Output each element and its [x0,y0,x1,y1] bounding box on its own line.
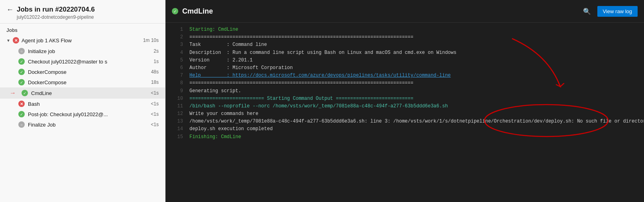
log-line-text: ========================== Starting Comm… [189,95,414,103]
job-item-dockercompose2[interactable]: ✓DockerCompose18s [0,77,165,87]
job-item-time: 1s [154,59,159,64]
log-line-number: 7 [172,72,183,79]
log-line-number: 2 [172,34,183,41]
job-status-icon: ✕ [18,101,25,107]
log-line-number: 11 [172,103,183,110]
job-status-icon: ✓ [18,79,25,85]
right-panel: ✓ CmdLine 🔍 View raw log 1Starting: CmdL… [165,0,644,202]
log-line-text: Write your commands here [189,110,258,118]
log-line-number: 10 [172,95,183,103]
agent-job-time: 1m 10s [143,38,159,43]
job-item-postjob[interactable]: ✓Post-job: Checkout july012022@...<1s [0,109,165,119]
log-area: 1Starting: CmdLine2=====================… [165,23,644,202]
log-line-number: 14 [172,125,183,133]
left-header: ← Jobs in run #20220704.6 july012022-dot… [0,0,165,24]
log-line-text: Starting: CmdLine [189,26,238,34]
log-line-number: 13 [172,118,183,125]
job-item-bash[interactable]: ✕Bash<1s [0,99,165,109]
chevron-icon: ▼ [6,38,10,43]
log-line: 3Task : Command line [165,41,644,49]
log-line: 15Finishing: CmdLine [165,133,644,141]
agent-job-status-icon: ✕ [13,37,19,44]
log-line-number: 6 [172,64,183,72]
log-line-text: Generating script. [189,87,241,95]
log-line-number: 12 [172,110,183,118]
log-line-text: ========================================… [189,79,414,87]
left-panel: ← Jobs in run #20220704.6 july012022-dot… [0,0,165,202]
job-item-checkout[interactable]: ✓Checkout july012022@master to s1s [0,56,165,67]
job-item-time: 2s [154,48,159,54]
log-line: 13/home/vsts/work/_temp/7081e88a-c48c-49… [165,118,644,125]
log-line: 10========================== Starting Co… [165,95,644,103]
jobs-label: Jobs [0,24,165,35]
job-status-icon: ○ [18,121,25,128]
log-line: 12Write your commands here [165,110,644,118]
job-item-label: CmdLine [31,90,148,96]
job-item-label: Post-job: Checkout july012022@... [28,111,148,117]
job-item-time: 48s [151,69,159,75]
log-line-text: /bin/bash --noprofile --norc /home/vsts/… [189,103,448,110]
log-line-text: /home/vsts/work/_temp/7081e88a-c48c-494f… [189,118,644,125]
log-line-text: Finishing: CmdLine [189,133,241,141]
log-line-text: Task : Command line [189,41,267,49]
job-item-label: Initialize job [28,48,150,54]
log-line: 2=======================================… [165,34,644,41]
job-item-time: <1s [151,111,159,117]
job-item-time: <1s [151,122,159,127]
log-line: 8=======================================… [165,79,644,87]
job-status-icon: ✓ [22,90,28,96]
log-lines: 1Starting: CmdLine2=====================… [165,26,644,141]
job-item-label: Finalize Job [28,122,148,128]
job-item-label: DockerCompose [28,79,148,85]
log-line-number: 15 [172,133,183,141]
job-item-label: Checkout july012022@master to s [28,59,150,65]
agent-job-header[interactable]: ▼ ✕ Agent job 1 AKS Flow 1m 10s [0,35,165,46]
agent-job-group: ▼ ✕ Agent job 1 AKS Flow 1m 10s ○Initial… [0,35,165,130]
right-title: CmdLine [182,7,577,16]
active-arrow-icon: → [10,89,16,97]
job-item-label: DockerCompose [28,69,148,75]
search-button[interactable]: 🔍 [581,5,593,18]
log-line-text: Version : 2.201.1 [189,57,252,64]
job-item-dockercompose1[interactable]: ✓DockerCompose48s [0,67,165,77]
agent-job-label: Agent job 1 AKS Flow [22,38,141,44]
log-line-text: Description : Run a command line script … [189,49,457,57]
log-line-text: Help : https://docs.microsoft.com/azure/… [189,72,451,79]
log-line: 7Help : https://docs.microsoft.com/azure… [165,72,644,79]
job-item-label: Bash [28,101,148,107]
log-line: 5Version : 2.201.1 [165,57,644,64]
log-line: 4Description : Run a command line script… [165,49,644,57]
log-line: 1Starting: CmdLine [165,26,644,34]
back-button[interactable]: ← [6,6,14,13]
log-line-number: 8 [172,79,183,87]
run-subtitle: july012022-dotnetcodegen9-pipeline [17,14,159,20]
job-status-icon: ✓ [18,111,25,117]
job-item-time: <1s [151,101,159,107]
log-line-text: ========================================… [189,34,414,41]
view-raw-button[interactable]: View raw log [597,6,638,17]
log-line-number: 3 [172,41,183,49]
job-item-initialize[interactable]: ○Initialize job2s [0,46,165,56]
log-line: 6Author : Microsoft Corporation [165,64,644,72]
log-line-number: 9 [172,87,183,95]
job-status-icon: ✓ [18,69,25,75]
job-status-icon: ✓ [18,58,25,65]
run-title: Jobs in run #20220704.6 [17,6,95,14]
log-line-text: Author : Microsoft Corporation [189,64,293,72]
back-row: ← Jobs in run #20220704.6 [6,6,159,14]
right-header: ✓ CmdLine 🔍 View raw log [165,0,644,23]
log-line-number: 5 [172,57,183,64]
log-line-number: 1 [172,26,183,34]
cmdline-status-icon: ✓ [172,8,178,14]
log-line: 11/bin/bash --noprofile --norc /home/vst… [165,103,644,110]
log-line: 9Generating script. [165,87,644,95]
job-items-list: ○Initialize job2s✓Checkout july012022@ma… [0,46,165,130]
job-item-finalize[interactable]: ○Finalize Job<1s [0,119,165,130]
job-item-time: <1s [151,90,159,96]
log-line-text: deploy.sh execution completed [189,125,273,133]
job-item-time: 18s [151,79,159,85]
log-line-number: 4 [172,49,183,57]
job-status-icon: ○ [18,48,25,54]
job-item-cmdline[interactable]: →✓CmdLine<1s [0,87,165,99]
log-line: 14deploy.sh execution completed [165,125,644,133]
